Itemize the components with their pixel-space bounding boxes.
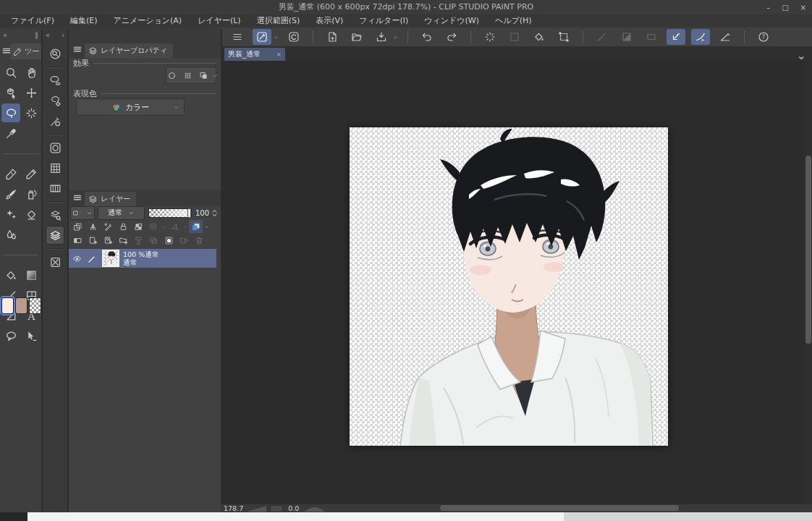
color-set-palette[interactable] (46, 158, 64, 177)
blend-mode-dropdown[interactable]: 通常 (98, 206, 145, 220)
zoom-fit-button[interactable] (270, 505, 283, 512)
canvas[interactable] (350, 127, 668, 446)
snap-to-grid-button[interactable] (716, 29, 735, 45)
opacity-slider[interactable] (148, 208, 192, 218)
menu-selection[interactable]: 選択範囲(S) (249, 14, 308, 27)
menu-file[interactable]: ファイル(F) (3, 14, 62, 27)
layer-property-tab[interactable]: レイヤープロパティ (85, 43, 173, 58)
close-button[interactable]: × (800, 4, 806, 12)
palette-color-button[interactable] (71, 234, 85, 247)
new-raster-layer-button[interactable] (86, 234, 100, 247)
maximize-button[interactable]: □ (782, 4, 788, 12)
blend-tool[interactable] (1, 225, 20, 244)
gradient-tool[interactable] (22, 266, 41, 284)
minimize-button[interactable]: – (766, 4, 770, 12)
eyedropper-tool[interactable] (1, 124, 20, 143)
layer-property-menu-icon[interactable]: ≡ (72, 42, 82, 56)
pen-tool[interactable] (1, 164, 20, 183)
snap-to-special-ruler-button[interactable] (691, 29, 710, 45)
draft-layer-button[interactable] (101, 220, 115, 233)
layer-list-item-selected[interactable]: 100 %通常 通常 (69, 249, 216, 268)
hand-tool[interactable] (22, 63, 41, 82)
rotation-slider[interactable] (303, 505, 325, 512)
lock-transparent-pixels-button[interactable] (132, 220, 145, 233)
new-layer-folder-button[interactable] (117, 234, 130, 247)
zoom-slider[interactable] (248, 505, 266, 512)
deselect-button[interactable] (481, 29, 499, 45)
sub-color-chip[interactable] (16, 298, 27, 313)
menu-filter[interactable]: フィルター(I) (351, 14, 416, 27)
transparent-color-chip[interactable] (30, 298, 41, 313)
rotation-value[interactable]: 0.0 (285, 504, 302, 512)
collapse-left-icon[interactable]: « (3, 31, 7, 39)
help-button[interactable]: ? (754, 29, 773, 45)
save-chevron[interactable] (391, 29, 399, 45)
expression-color-dropdown[interactable]: カラー (76, 98, 185, 116)
collapse-left-icon[interactable]: « (46, 31, 50, 39)
menu-window[interactable]: ウィンドウ(W) (416, 14, 487, 27)
menu-animation[interactable]: アニメーション(A) (106, 14, 190, 27)
vertical-scrollbar-thumb[interactable] (805, 156, 811, 344)
line-correct-tool[interactable] (22, 326, 41, 345)
tool-switch-button[interactable] (253, 29, 271, 45)
document-tab[interactable]: 男装_通常 × (224, 48, 285, 61)
fill-button[interactable] (530, 29, 549, 45)
zoom-value[interactable]: 178.7 (221, 504, 246, 512)
layer-color-effect-button[interactable] (197, 69, 211, 82)
redo-button[interactable] (442, 29, 461, 45)
balloon-tool[interactable] (1, 326, 20, 345)
quick-access-palette[interactable] (46, 44, 64, 63)
timeline-palette[interactable] (46, 179, 64, 198)
layer-visibility-eye-icon[interactable] (71, 253, 83, 265)
save-file-button[interactable] (372, 29, 391, 45)
open-clip-studio-button[interactable] (284, 29, 303, 45)
menu-edit[interactable]: 編集(E) (62, 14, 106, 27)
layer-color-chevron[interactable] (203, 220, 209, 233)
lock-layer-button[interactable] (117, 220, 130, 233)
spinner-icon[interactable] (210, 208, 219, 218)
effect-chevron[interactable] (212, 69, 218, 82)
zoom-tool[interactable] (1, 63, 20, 82)
layer-palette[interactable] (46, 226, 64, 245)
fill-tool[interactable] (1, 266, 20, 284)
clip-to-layer-below-button[interactable] (71, 220, 85, 233)
reference-layer-button[interactable] (86, 220, 100, 233)
main-color-chip[interactable] (2, 298, 13, 313)
auto-select-tool[interactable] (22, 103, 41, 122)
layer-color-button[interactable] (189, 220, 203, 233)
operation-tool[interactable] (1, 83, 20, 102)
layer-panel-tab[interactable]: レイヤー (85, 192, 136, 206)
palette-color-combo[interactable] (70, 206, 95, 220)
pencil-tool[interactable] (22, 164, 41, 183)
layer-search-palette[interactable] (46, 206, 64, 224)
decoration-tool[interactable] (1, 205, 20, 224)
opacity-slider-handle[interactable] (187, 208, 191, 218)
vertical-scrollbar[interactable] (805, 61, 812, 504)
horizontal-scrollbar-thumb[interactable] (440, 505, 679, 511)
material-palette[interactable] (46, 253, 64, 271)
scale-rotate-button[interactable] (554, 29, 573, 45)
snap-to-ruler-button[interactable] (667, 29, 685, 45)
layer-thumbnail[interactable] (102, 250, 119, 267)
sub-tool-palette[interactable] (46, 71, 64, 90)
tool-switch-chevron[interactable] (271, 29, 280, 45)
border-effect-button[interactable] (165, 69, 179, 82)
new-file-button[interactable] (323, 29, 342, 45)
tool-palette-tab[interactable]: ツー (10, 43, 41, 59)
move-tool[interactable] (22, 83, 41, 102)
brush-size-palette[interactable] (46, 111, 64, 130)
main-menu-button[interactable] (228, 29, 247, 45)
menu-layer[interactable]: レイヤー(L) (190, 14, 249, 27)
new-vector-layer-button[interactable] (101, 234, 115, 247)
tab-close-icon[interactable]: × (276, 51, 282, 58)
collapse-panel-icon[interactable]: ‹ (62, 31, 64, 39)
color-wheel-palette[interactable] (46, 138, 64, 157)
eraser-tool[interactable] (22, 205, 41, 224)
palette-handle-icon[interactable]: ∥ (35, 31, 38, 39)
undo-button[interactable] (418, 29, 436, 45)
layer-panel-menu-icon[interactable]: ≡ (72, 190, 82, 204)
menu-help[interactable]: ヘルプ(H) (487, 14, 540, 27)
menu-view[interactable]: 表示(V) (308, 14, 351, 27)
selection-lasso-tool[interactable] (1, 103, 20, 122)
opacity-value-box[interactable]: 100 (195, 208, 219, 218)
